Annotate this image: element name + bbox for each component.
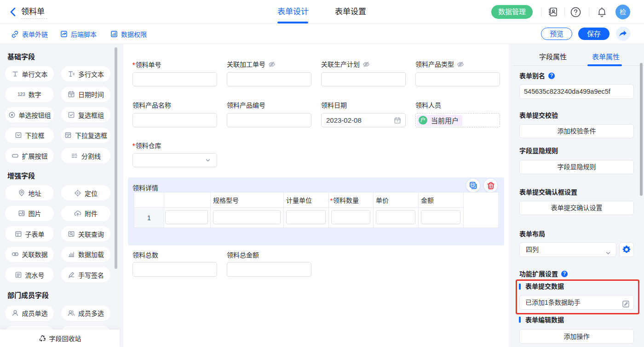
svg-text:7: 7 xyxy=(397,119,398,123)
